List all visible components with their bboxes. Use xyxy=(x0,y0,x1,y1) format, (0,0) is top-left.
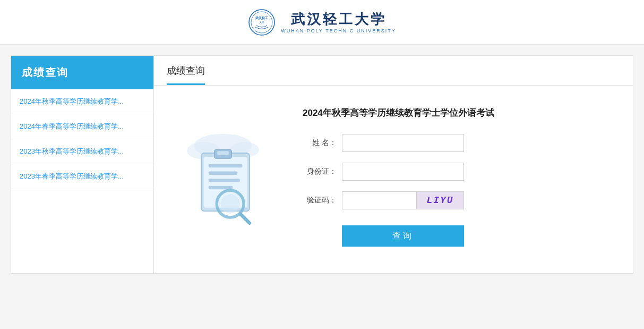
captcha-row: 验证码： LIYU xyxy=(303,191,622,209)
sidebar-item-1[interactable]: 2024年秋季高等学历继续教育学... xyxy=(11,89,153,114)
sidebar-title: 成绩查询 xyxy=(11,56,153,89)
captcha-input[interactable] xyxy=(342,191,416,209)
university-logo: 武汉轻工 大学 武汉轻工大学 WUHAN POLY TECHNIC UNIVER… xyxy=(248,9,396,36)
svg-text:武汉轻工: 武汉轻工 xyxy=(255,16,268,20)
svg-line-17 xyxy=(241,214,250,223)
name-input[interactable] xyxy=(342,134,464,152)
clipboard-icon xyxy=(170,126,276,233)
page-header: 武汉轻工 大学 武汉轻工大学 WUHAN POLY TECHNIC UNIVER… xyxy=(0,0,644,45)
university-name-cn: 武汉轻工大学 xyxy=(281,11,396,28)
captcha-group: LIYU xyxy=(342,191,464,209)
svg-rect-10 xyxy=(217,151,229,155)
university-name-en: WUHAN POLY TECHNIC UNIVERSITY xyxy=(281,28,396,33)
illustration xyxy=(165,102,281,257)
svg-rect-11 xyxy=(209,164,243,167)
id-input[interactable] xyxy=(342,163,464,181)
query-form: 2024年秋季高等学历继续教育学士学位外语考试 姓 名： 身份证： 验证码： L… xyxy=(303,102,622,257)
captcha-image[interactable]: LIYU xyxy=(416,191,464,209)
sidebar-item-4[interactable]: 2023年春季高等学历继续教育学... xyxy=(11,164,153,189)
svg-point-16 xyxy=(220,194,239,213)
content-area: 成绩查询 xyxy=(154,55,633,274)
sidebar-item-3[interactable]: 2023年秋季高等学历继续教育学... xyxy=(11,139,153,164)
content-header: 成绩查询 xyxy=(154,56,633,86)
name-row: 姓 名： xyxy=(303,134,622,152)
sidebar: 成绩查询 2024年秋季高等学历继续教育学... 2024年春季高等学历继续教育… xyxy=(11,55,154,274)
id-row: 身份证： xyxy=(303,163,622,181)
content-page-title: 成绩查询 xyxy=(167,64,205,85)
svg-rect-14 xyxy=(209,185,233,189)
main-container: 成绩查询 2024年秋季高等学历继续教育学... 2024年春季高等学历继续教育… xyxy=(0,55,644,274)
exam-title: 2024年秋季高等学历继续教育学士学位外语考试 xyxy=(303,107,622,119)
captcha-label: 验证码： xyxy=(303,196,337,205)
svg-rect-12 xyxy=(209,171,238,174)
name-label: 姓 名： xyxy=(303,138,337,148)
svg-text:大学: 大学 xyxy=(259,21,264,24)
sidebar-item-2[interactable]: 2024年春季高等学历继续教育学... xyxy=(11,114,153,139)
submit-row: 查询 xyxy=(303,220,622,247)
svg-rect-13 xyxy=(209,179,240,182)
form-area: 2024年秋季高等学历继续教育学士学位外语考试 姓 名： 身份证： 验证码： L… xyxy=(154,86,633,273)
submit-button[interactable]: 查询 xyxy=(342,225,464,247)
logo-emblem-icon: 武汉轻工 大学 xyxy=(248,9,276,36)
id-label: 身份证： xyxy=(303,167,337,176)
